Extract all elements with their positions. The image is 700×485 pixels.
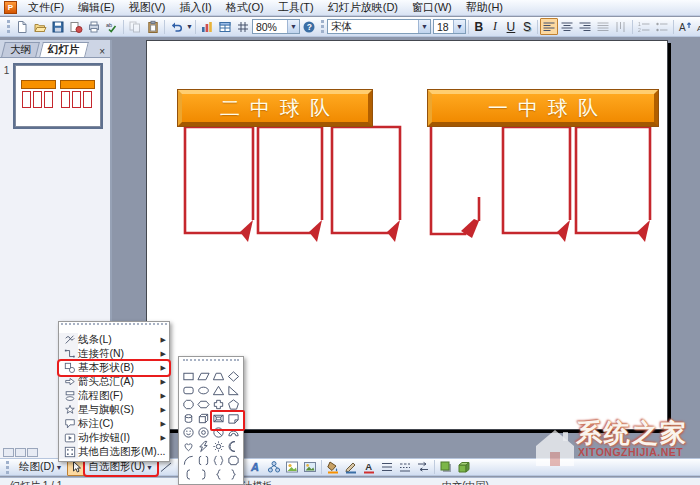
shape-bevel-icon[interactable] xyxy=(211,411,226,425)
align-left-icon[interactable] xyxy=(540,18,558,35)
tab-outline[interactable]: 大纲 xyxy=(1,42,40,57)
team-banner[interactable]: 二中球队 xyxy=(178,90,372,126)
shape-block-arc-icon[interactable] xyxy=(226,425,241,439)
align-right-icon[interactable] xyxy=(576,18,594,35)
insert-table-icon[interactable] xyxy=(216,18,234,35)
shape-diamond-icon[interactable] xyxy=(226,369,241,383)
toolbar-grip[interactable] xyxy=(6,461,12,474)
autoshapes-item-connectors[interactable]: 连接符(N)▶ xyxy=(59,347,169,361)
autoshapes-item-stars-banners[interactable]: 星与旗帜(S)▶ xyxy=(59,403,169,417)
menu-tools[interactable]: 工具(T) xyxy=(271,0,321,16)
increase-font-icon[interactable]: A xyxy=(676,18,694,35)
menu-edit[interactable]: 编辑(E) xyxy=(71,0,122,16)
font-name-combobox[interactable]: 宋体 ▼ xyxy=(327,19,431,34)
autoshapes-item-action-buttons[interactable]: 动作按钮(I)▶ xyxy=(59,431,169,445)
shape-plaque-icon[interactable] xyxy=(226,453,241,467)
menu-file[interactable]: 文件(F) xyxy=(21,0,71,16)
folded-corner-shape[interactable] xyxy=(185,127,400,242)
tab-slides[interactable]: 幻灯片 xyxy=(39,42,88,57)
slide-sorter-view-icon[interactable] xyxy=(15,448,26,457)
menu-window[interactable]: 窗口(W) xyxy=(405,0,459,16)
shape-isosceles-triangle-icon[interactable] xyxy=(211,383,226,397)
clipart-icon[interactable] xyxy=(283,459,301,476)
shape-rectangle-icon[interactable] xyxy=(181,369,196,383)
bold-button[interactable]: B xyxy=(471,19,487,35)
slideshow-view-icon[interactable] xyxy=(27,448,38,457)
chevron-down-icon[interactable]: ▼ xyxy=(453,20,465,33)
diagram-icon[interactable] xyxy=(265,459,283,476)
shape-double-bracket-icon[interactable] xyxy=(196,453,211,467)
shape-right-triangle-icon[interactable] xyxy=(226,383,241,397)
vertical-text-icon[interactable] xyxy=(612,18,630,35)
distribute-icon[interactable] xyxy=(594,18,612,35)
threed-style-icon[interactable] xyxy=(455,459,473,476)
shape-folded-corner-icon[interactable] xyxy=(226,411,241,425)
arrow-style-icon[interactable] xyxy=(414,459,432,476)
shape-sun-icon[interactable] xyxy=(211,439,226,453)
menu-slideshow[interactable]: 幻灯片放映(D) xyxy=(321,0,405,16)
menu-drag-handle[interactable] xyxy=(61,323,167,332)
underline-button[interactable]: U xyxy=(503,19,519,35)
insert-chart-icon[interactable] xyxy=(198,18,216,35)
normal-view-icon[interactable] xyxy=(3,448,14,457)
bullets-icon[interactable] xyxy=(653,18,671,35)
undo-icon[interactable] xyxy=(167,18,185,35)
autoshapes-item-flowchart[interactable]: 流程图(F)▶ xyxy=(59,389,169,403)
permission-icon[interactable] xyxy=(67,18,85,35)
shape-no-symbol-icon[interactable] xyxy=(211,425,226,439)
shape-cross-icon[interactable] xyxy=(211,397,226,411)
close-icon[interactable]: × xyxy=(96,46,108,57)
numbering-icon[interactable]: 12 xyxy=(635,18,653,35)
shape-right-bracket-icon[interactable] xyxy=(196,467,211,481)
shape-cube-icon[interactable] xyxy=(196,411,211,425)
insert-picture-icon[interactable] xyxy=(301,459,319,476)
line-style-icon[interactable] xyxy=(378,459,396,476)
show-grid-icon[interactable] xyxy=(234,18,252,35)
line-color-icon[interactable] xyxy=(342,459,360,476)
decrease-font-icon[interactable]: A xyxy=(694,18,700,35)
shape-hexagon-icon[interactable] xyxy=(196,397,211,411)
new-icon[interactable] xyxy=(13,18,31,35)
shape-parallelogram-icon[interactable] xyxy=(196,369,211,383)
italic-button[interactable]: I xyxy=(487,19,503,35)
spelling-icon[interactable]: ab xyxy=(103,18,121,35)
shape-donut-icon[interactable] xyxy=(196,425,211,439)
fill-color-icon[interactable] xyxy=(324,459,342,476)
autoshapes-item-lines[interactable]: 线条(L)▶ xyxy=(59,333,169,347)
shape-lightning-bolt-icon[interactable] xyxy=(196,439,211,453)
save-icon[interactable] xyxy=(49,18,67,35)
chevron-down-icon[interactable]: ▼ xyxy=(418,20,430,33)
shape-arc-icon[interactable] xyxy=(181,453,196,467)
menu-insert[interactable]: 插入(I) xyxy=(172,0,218,16)
shape-moon-icon[interactable] xyxy=(226,439,241,453)
undo-dropdown-arrow[interactable]: ▼ xyxy=(186,23,193,30)
zoom-combobox[interactable]: 80% ▼ xyxy=(252,19,300,34)
dash-style-icon[interactable] xyxy=(396,459,414,476)
text-shadow-button[interactable]: S xyxy=(519,19,535,35)
toolbar-grip[interactable] xyxy=(321,20,324,33)
print-icon[interactable] xyxy=(85,18,103,35)
shadow-style-icon[interactable] xyxy=(437,459,455,476)
shape-trapezoid-icon[interactable] xyxy=(211,369,226,383)
shape-heart-icon[interactable] xyxy=(181,439,196,453)
autoshapes-item-block-arrows[interactable]: 箭头总汇(A)▶ xyxy=(59,375,169,389)
menu-format[interactable]: 格式(O) xyxy=(219,0,271,16)
shape-double-brace-icon[interactable] xyxy=(211,453,226,467)
autoshapes-item-callouts[interactable]: 标注(C)▶ xyxy=(59,417,169,431)
shape-oval-icon[interactable] xyxy=(196,383,211,397)
team-banner[interactable]: 一中球队 xyxy=(428,90,658,126)
menu-view[interactable]: 视图(V) xyxy=(122,0,173,16)
open-icon[interactable] xyxy=(31,18,49,35)
shape-smiley-face-icon[interactable] xyxy=(181,425,196,439)
slide-thumbnail[interactable] xyxy=(15,65,101,127)
chevron-down-icon[interactable]: ▼ xyxy=(287,20,299,33)
shape-can-icon[interactable] xyxy=(181,411,196,425)
copy-icon[interactable] xyxy=(126,18,144,35)
shape-rounded-rectangle-icon[interactable] xyxy=(181,383,196,397)
palette-drag-handle[interactable] xyxy=(183,359,239,368)
shape-right-brace-icon[interactable] xyxy=(226,467,241,481)
shape-left-brace-icon[interactable] xyxy=(211,467,226,481)
font-color-icon[interactable]: A xyxy=(360,459,378,476)
help-icon[interactable]: ? xyxy=(300,18,318,35)
menu-help[interactable]: 帮助(H) xyxy=(459,0,510,16)
